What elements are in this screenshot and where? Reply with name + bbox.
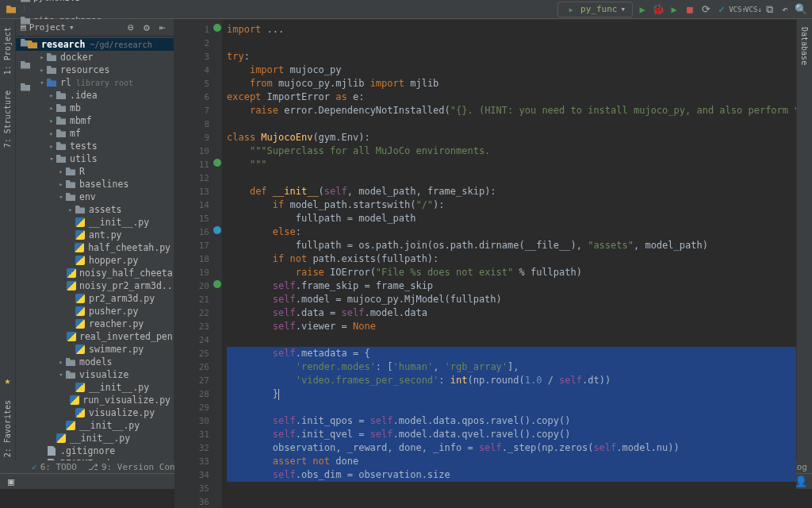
code-line[interactable]: import mujoco_py xyxy=(227,64,796,77)
code-editor[interactable]: 1234567891011121314151617181920212223242… xyxy=(174,20,796,508)
tree-item[interactable]: .gitignore xyxy=(16,444,174,457)
code-line[interactable]: except ImportError as e: xyxy=(227,90,796,104)
tree-item[interactable]: noisy_half_cheeta... xyxy=(16,267,174,279)
tree-item[interactable]: ▾env xyxy=(16,190,174,203)
tree-item[interactable]: swimmer.py xyxy=(16,343,174,356)
hide-tool-icon[interactable]: ⇤ xyxy=(156,21,169,34)
code-line[interactable]: from mujoco_py.mjlib import mjlib xyxy=(227,77,796,90)
tree-item[interactable]: hopper.py xyxy=(16,254,174,267)
code-line[interactable]: def __init__(self, model_path, frame_ski… xyxy=(227,185,796,198)
tree-twisty-icon[interactable]: ▸ xyxy=(48,117,56,125)
tree-twisty-icon[interactable]: ▾ xyxy=(57,193,65,201)
tree-item[interactable]: ▸resources xyxy=(16,64,174,76)
code-area[interactable]: import ... try: import mujoco_py from mu… xyxy=(222,20,796,508)
code-line[interactable]: 'render.modes': ['human', 'rgb_array'], xyxy=(227,360,796,374)
tree-twisty-icon[interactable]: ▾ xyxy=(57,371,65,379)
code-line[interactable]: self.viewer = None xyxy=(227,320,796,333)
code-line[interactable]: } xyxy=(227,387,796,401)
tree-item[interactable]: ▸assets xyxy=(16,203,174,216)
tree-item[interactable]: ▸.idea xyxy=(16,89,174,102)
vcs-update-icon[interactable]: ⟳ xyxy=(699,3,712,16)
tree-item[interactable]: ▸mbmf xyxy=(16,114,174,127)
code-line[interactable]: assert not done xyxy=(227,455,796,468)
code-line[interactable]: 'video.frames_per_second': int(np.round(… xyxy=(227,374,796,387)
hector-icon[interactable]: 👤 xyxy=(795,475,807,488)
home-folder-icon[interactable] xyxy=(5,3,17,16)
tree-item[interactable]: real_inverted_pen... xyxy=(16,330,174,343)
tree-twisty-icon[interactable]: ▸ xyxy=(57,167,65,175)
gear-icon[interactable]: ⚙ xyxy=(140,21,153,34)
tree-twisty-icon[interactable]: ▸ xyxy=(57,358,65,366)
breadcrumb-item[interactable]: python3.5 xyxy=(21,0,117,3)
code-line[interactable]: if not path.exists(fullpath): xyxy=(227,252,796,266)
code-line[interactable]: else: xyxy=(227,225,796,239)
run-coverage-button[interactable]: ▶ xyxy=(668,3,680,16)
tree-item[interactable]: ▸baselines xyxy=(16,178,174,190)
run-button[interactable]: ▶ xyxy=(636,3,649,16)
tree-item[interactable]: ▸mb xyxy=(16,102,174,114)
sidetab-database[interactable]: Database xyxy=(799,24,810,68)
run-line-marker-icon[interactable] xyxy=(213,280,221,288)
code-line[interactable] xyxy=(227,333,796,347)
tree-item[interactable]: __init__.py xyxy=(16,381,174,394)
tree-item[interactable]: pr2_arm3d.py xyxy=(16,292,174,305)
bottom-tab-todo[interactable]: ✓6: TODO xyxy=(32,462,77,472)
code-line[interactable] xyxy=(227,37,796,50)
code-line[interactable]: self.frame_skip = frame_skip xyxy=(227,279,796,293)
tree-twisty-icon[interactable]: ▸ xyxy=(48,104,56,112)
tree-twisty-icon[interactable]: ▾ xyxy=(38,79,46,87)
tree-item[interactable]: ▾visualize xyxy=(16,368,174,381)
tree-twisty-icon[interactable]: ▸ xyxy=(67,206,75,214)
code-line[interactable]: """ xyxy=(227,158,796,171)
code-line[interactable] xyxy=(227,117,796,131)
code-line[interactable] xyxy=(227,401,796,414)
code-line[interactable]: import ... xyxy=(227,23,796,37)
code-line[interactable]: self.model = mujoco_py.MjModel(fullpath) xyxy=(227,293,796,306)
tree-item[interactable]: __init__.py xyxy=(16,419,174,432)
line-number-gutter[interactable]: 1234567891011121314151617181920212223242… xyxy=(174,20,213,508)
vcs-commit-icon[interactable]: ✓ xyxy=(715,3,728,16)
tool-windows-icon[interactable]: ▣ xyxy=(5,475,17,488)
code-line[interactable]: raise IOError("File %s does not exist" %… xyxy=(227,266,796,279)
code-line[interactable]: try: xyxy=(227,50,796,64)
tree-root[interactable]: ▾research~/gd/research xyxy=(16,38,174,51)
tree-item[interactable]: run_visualize.py xyxy=(16,394,174,406)
tree-item[interactable]: half_cheetah.py xyxy=(16,241,174,254)
tree-item[interactable]: ▸models xyxy=(16,356,174,368)
tree-item[interactable]: ▸tests xyxy=(16,140,174,152)
tree-item[interactable]: ▾rllibrary root xyxy=(16,76,174,89)
code-line[interactable]: fullpath = os.path.join(os.path.dirname(… xyxy=(227,239,796,252)
code-line[interactable]: """Superclass for all MuJoCo environment… xyxy=(227,144,796,158)
project-title[interactable]: Project xyxy=(29,22,66,33)
tree-item[interactable]: __init__.py xyxy=(16,432,174,444)
run-config-selector[interactable]: ▸ py_func ▾ xyxy=(557,2,633,17)
stop-button[interactable]: ■ xyxy=(684,3,696,16)
run-line-marker-icon[interactable] xyxy=(213,24,221,32)
code-line[interactable]: class MujocoEnv(gym.Env): xyxy=(227,131,796,144)
sidetab-structure[interactable]: 7: Structure xyxy=(2,87,13,151)
run-line-marker-icon[interactable] xyxy=(213,159,221,167)
tree-item[interactable]: ▸mf xyxy=(16,127,174,140)
revert-icon[interactable]: ↶ xyxy=(779,3,791,16)
vcs-pull-icon[interactable]: VCS↓ xyxy=(747,3,760,16)
code-line[interactable]: observation, _reward, done, _info = self… xyxy=(227,441,796,455)
code-line[interactable]: self.metadata = { xyxy=(227,347,796,360)
tree-item[interactable]: README.md xyxy=(16,457,174,460)
code-line[interactable]: if model_path.startswith("/"): xyxy=(227,198,796,212)
tree-item[interactable]: ant.py xyxy=(16,229,174,241)
tree-item[interactable]: ▸docker xyxy=(16,51,174,64)
tree-twisty-icon[interactable]: ▾ xyxy=(48,155,56,163)
override-marker-icon[interactable] xyxy=(213,226,221,234)
tree-twisty-icon[interactable]: ▸ xyxy=(48,142,56,150)
tree-twisty-icon[interactable]: ▸ xyxy=(57,180,65,188)
sidetab-project[interactable]: 1: Project xyxy=(2,24,13,78)
tree-twisty-icon[interactable]: ▸ xyxy=(48,91,56,99)
sidetab-favorites[interactable]: 2: Favorites xyxy=(2,397,13,460)
tree-item[interactable]: ▾utils xyxy=(16,152,174,165)
code-line[interactable]: self.init_qvel = self.model.data.qvel.ra… xyxy=(227,428,796,441)
code-line[interactable]: self.data = self.model.data xyxy=(227,306,796,320)
tree-item[interactable]: noisy_pr2_arm3d.... xyxy=(16,279,174,292)
tree-item[interactable]: __init__.py xyxy=(16,216,174,229)
tree-item[interactable]: visualize.py xyxy=(16,406,174,419)
code-line[interactable] xyxy=(227,171,796,185)
